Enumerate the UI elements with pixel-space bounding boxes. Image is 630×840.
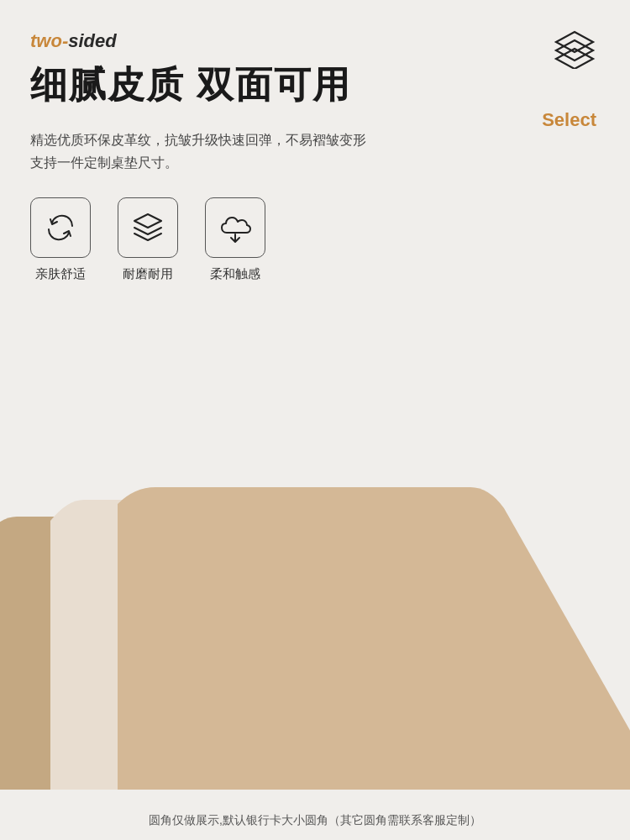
main-title: 细腻皮质 双面可用: [30, 60, 600, 110]
two-text: two-: [30, 30, 68, 51]
layers-feature-icon: [131, 211, 165, 244]
feature-soft-touch: 柔和触感: [205, 197, 265, 282]
layers-icon: [553, 25, 596, 72]
select-label[interactable]: Select: [542, 109, 596, 131]
bottom-note: 圆角仅做展示,默认银行卡大小圆角（其它圆角需联系客服定制）: [0, 813, 630, 828]
cards-area: [0, 269, 630, 790]
cloud-icon-box: [205, 197, 265, 258]
description: 精选优质环保皮革纹，抗皱升级快速回弹，不易褶皱变形 支持一件定制桌垫尺寸。: [30, 129, 433, 174]
feature-label-1: 亲肤舒适: [35, 266, 86, 282]
sided-text: sided: [68, 30, 116, 51]
feature-label-3: 柔和触感: [210, 266, 260, 282]
svg-marker-1: [556, 40, 593, 60]
cloud-icon: [218, 211, 252, 244]
features-row: 亲肤舒适 耐磨耐用: [30, 197, 600, 282]
top-section: Select two-sided 细腻皮质 双面可用 精选优质环保皮革纹，抗皱升…: [0, 0, 630, 282]
feature-durable: 耐磨耐用: [118, 197, 178, 282]
cycle-icon: [44, 211, 77, 244]
layers-icon-box: [118, 197, 178, 258]
svg-marker-3: [134, 214, 161, 228]
two-sided-label: two-sided: [30, 30, 600, 52]
feature-label-2: 耐磨耐用: [123, 266, 173, 282]
mats-svg: [0, 269, 630, 790]
cycle-icon-box: [30, 197, 91, 258]
feature-skin-comfort: 亲肤舒适: [30, 197, 91, 282]
